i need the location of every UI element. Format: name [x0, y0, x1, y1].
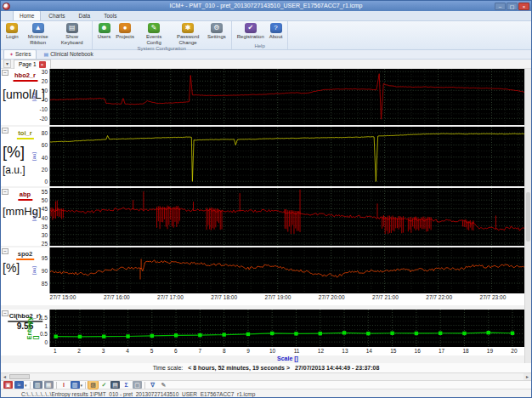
y-tick-label: 30: [42, 231, 48, 237]
scale-tick-label: 10: [269, 348, 275, 354]
minimise-ribbon-button[interactable]: ▲Minimise Ribbon: [22, 22, 54, 46]
plot-ci_hbo2_r[interactable]: [49, 310, 524, 347]
y-axis-ticks: 1.510.50: [37, 310, 49, 347]
button-label: Login: [6, 34, 19, 40]
chart-svg-spo2: [50, 247, 524, 293]
layout-button-dropdown-icon[interactable]: ▾: [81, 383, 83, 388]
y-tick-label: 50: [42, 197, 48, 203]
minimise-ribbon-icon: ▲: [32, 23, 44, 33]
page-list-dropdown[interactable]: ▾: [3, 60, 11, 68]
chart-panel-spo2: −spo2[%][au]959085: [1, 247, 524, 293]
chart-panel-toi_r: −toi_r[%][a.u.][au]806040200: [1, 127, 524, 186]
panel-sidebar-ci_hbo2_r: −CI(hbo2_r)9.56Entropy []1.510.50: [1, 310, 49, 347]
app-window: ICM+ - PMT_010 - pret_20130727143510_USE…: [0, 0, 532, 398]
time-axis: 27/7 15:0027/7 16:0027/7 17:0027/7 18:00…: [1, 293, 524, 305]
horizontal-scrollbar-thumb[interactable]: [9, 374, 30, 379]
toolbar-separator: [56, 382, 57, 389]
projects-button[interactable]: ●Projects: [114, 22, 136, 41]
maximize-button[interactable]: ▢: [507, 3, 518, 10]
vertical-scrollbar-thumb[interactable]: [526, 192, 530, 242]
panel-sidebar-abp: −abp[mmHg][au]55504540353025: [1, 188, 49, 246]
markers-button[interactable]: ✓: [99, 381, 109, 389]
grid-button[interactable]: ▤: [110, 381, 120, 389]
password-change-icon: ✱: [182, 23, 194, 33]
statistics-button[interactable]: Σ: [122, 381, 131, 389]
edit-button[interactable]: ✎: [159, 381, 168, 389]
document-tab-bar: ✦Series▤Clinical Notebook: [1, 50, 531, 60]
x-axis-title: Scale []: [277, 355, 298, 361]
chart-mode-button[interactable]: ≈: [14, 381, 24, 389]
time-scale-value[interactable]: < 8 hours, 52 minutes, 19 seconds >: [188, 365, 290, 371]
extra-button[interactable]: ▢: [133, 381, 142, 389]
plot-toi_r[interactable]: [49, 127, 524, 186]
password-change-button[interactable]: ✱Password Change: [172, 22, 204, 46]
ribbon-tab-data[interactable]: Data: [73, 11, 97, 20]
scale-tick-label: 9: [246, 348, 250, 354]
text-cursor-button[interactable]: I: [59, 381, 69, 389]
y-tick-label: 45: [42, 206, 48, 212]
time-tick-label: 27/7 19:00: [265, 294, 291, 300]
y-tick-label: 30: [42, 69, 48, 75]
save-button[interactable]: ▦: [44, 381, 54, 389]
y-tick-label: 80: [42, 130, 48, 136]
ribbon-tab-charts[interactable]: Charts: [42, 11, 71, 20]
highlight-tool-button[interactable]: ▨: [88, 381, 98, 389]
signal-label-hbo2_r[interactable]: hbo2_r: [13, 71, 37, 82]
app-small-icon[interactable]: ▣: [3, 381, 13, 389]
scroll-right-icon[interactable]: ►: [524, 373, 531, 380]
registration-button[interactable]: ✔Registration: [235, 22, 266, 41]
chart-svg-toi_r: [50, 127, 524, 186]
button-label: Password Change: [173, 34, 202, 45]
show-keyboard-button[interactable]: ▤Show Keyboard: [56, 22, 88, 46]
scale-tick-label: 15: [390, 348, 396, 354]
y-tick-label: 1.5: [40, 314, 48, 320]
ribbon-group: ☻Login▲Minimise Ribbon▤Show Keyboard: [1, 21, 93, 49]
unit-annotation: [%]: [3, 261, 20, 275]
chart-svg-abp: [50, 188, 524, 246]
users-icon: ☻: [99, 23, 110, 33]
scale-tick-label: 20: [511, 348, 517, 354]
collapse-panel-button[interactable]: −: [2, 128, 8, 134]
collapse-panel-button[interactable]: −: [2, 248, 8, 254]
scale-tick-label: 17: [439, 348, 444, 354]
ribbon-tab-home[interactable]: Home: [13, 10, 41, 20]
horizontal-scrollbar[interactable]: ◄ ►: [1, 373, 531, 381]
vertical-scrollbar[interactable]: [524, 69, 531, 363]
ribbon: ☻Login▲Minimise Ribbon▤Show Keyboard☻Use…: [1, 21, 531, 50]
about-button[interactable]: ?About: [268, 22, 285, 41]
page-tab[interactable]: Page 1 ×: [14, 60, 51, 69]
events-config-button[interactable]: ✎Events Config: [138, 22, 170, 46]
time-tick-label: 27/7 23:00: [480, 294, 507, 300]
page-close-icon[interactable]: ×: [39, 61, 46, 68]
ribbon-tab-bar: HomeChartsDataTools: [1, 11, 531, 21]
signal-label-toi_r[interactable]: toi_r: [16, 129, 33, 139]
filter-button[interactable]: ∇: [148, 381, 157, 389]
plot-abp[interactable]: [49, 188, 524, 246]
tab-clinical-notebook[interactable]: ▤Clinical Notebook: [38, 50, 98, 59]
time-tick-label: 27/7 20:00: [319, 294, 345, 300]
login-button[interactable]: ☻Login: [4, 22, 20, 41]
ribbon-tab-tools[interactable]: Tools: [98, 11, 122, 20]
chart-mode-button-dropdown-icon[interactable]: ▾: [25, 383, 27, 388]
button-label: Projects: [116, 34, 134, 40]
users-button[interactable]: ☻Users: [96, 22, 113, 41]
chart-panel-ci_hbo2_r: −CI(hbo2_r)9.56Entropy []1.510.50: [1, 310, 524, 347]
signal-label-abp[interactable]: abp: [18, 190, 32, 201]
time-scale-label: Time scale:: [153, 365, 184, 371]
copy-button[interactable]: ▥: [33, 381, 42, 389]
layout-button[interactable]: ▥: [71, 381, 80, 389]
signal-label-spo2[interactable]: spo2: [16, 250, 35, 260]
close-button[interactable]: ×: [518, 3, 529, 10]
minimize-button[interactable]: –: [495, 3, 506, 10]
settings-button[interactable]: ⚙Settings: [206, 22, 228, 41]
tab-icon: ✦: [9, 51, 14, 58]
settings-icon: ⚙: [211, 23, 223, 33]
panel-sidebar-hbo2_r: −hbo2_r[umol/L][au]3020100-10-20: [1, 69, 49, 125]
collapse-panel-button[interactable]: −: [2, 189, 8, 195]
collapse-panel-button[interactable]: −: [2, 70, 8, 76]
plot-spo2[interactable]: [49, 247, 524, 293]
plot-hbo2_r[interactable]: [49, 69, 524, 125]
scroll-left-icon[interactable]: ◄: [1, 373, 8, 380]
tab-series[interactable]: ✦Series: [3, 49, 37, 59]
scale-tick-label: 5: [150, 348, 154, 354]
